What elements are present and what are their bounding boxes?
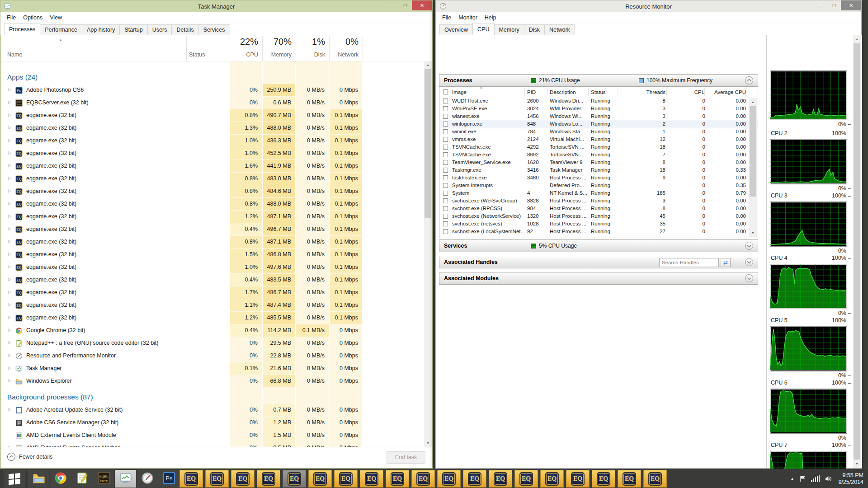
task-manager-tab-details[interactable]: Details <box>171 24 198 35</box>
expand-row-icon[interactable]: ▷ <box>8 366 11 370</box>
process-row[interactable]: ▷Windows Explorer0%66.8 MB0 MB/s0 Mbps <box>1 375 425 388</box>
process-row[interactable]: ▷Resource and Performance Monitor0%22.8 … <box>1 350 425 362</box>
taskbar-button-eqgame[interactable]: EQ <box>283 470 306 488</box>
scroll-up-icon[interactable]: ▲ <box>424 61 432 69</box>
taskbar-clock[interactable]: 9:55 PM 9/25/2014 <box>838 472 865 486</box>
process-row[interactable]: ▷EQeqgame.exe (32 bit)0.8%487.1 MB0 MB/s… <box>1 236 425 249</box>
process-row[interactable]: ▷Google Chrome (32 bit)0.4%114.2 MB0.1 M… <box>1 324 425 337</box>
minimize-button[interactable]: – <box>385 0 398 10</box>
task-manager-tab-users[interactable]: Users <box>147 24 172 35</box>
scrollbar-thumb[interactable] <box>854 43 860 460</box>
expand-row-icon[interactable]: ▷ <box>8 201 11 206</box>
process-row[interactable]: ▷EQeqgame.exe (32 bit)0.8%490.7 MB0 MB/s… <box>1 109 425 122</box>
resource-process-row[interactable]: wlanext.exe1456Windows Wi...Running300.0… <box>439 113 758 120</box>
process-row[interactable]: ▷EQeqgame.exe (32 bit)1.5%486.8 MB0 MB/s… <box>1 249 425 261</box>
row-checkbox[interactable] <box>443 152 448 157</box>
expand-row-icon[interactable]: ▷ <box>8 378 11 383</box>
process-row[interactable]: ▷EQeqgame.exe (32 bit)1.1%487.4 MB0 MB/s… <box>1 299 425 312</box>
table-scrollbar[interactable]: ▲ ▼ <box>749 98 757 237</box>
taskbar-button-ps[interactable]: Ps <box>158 470 179 488</box>
resource-monitor-tab-network[interactable]: Network <box>544 24 575 35</box>
row-checkbox[interactable] <box>443 198 448 203</box>
process-row[interactable]: ▷PsAdobe Photoshop CS60%250.9 MB0 MB/s0 … <box>1 84 425 97</box>
volume-icon[interactable] <box>825 475 833 482</box>
resource-process-row[interactable]: vmms.exe2124Virtual Machi...Running1200.… <box>439 136 758 143</box>
column-header-average-cpu[interactable]: Average CPU <box>707 87 746 97</box>
minimize-button[interactable]: – <box>814 0 827 10</box>
task-manager-tab-services[interactable]: Services <box>198 24 230 35</box>
column-header-memory[interactable]: 70%Memory <box>262 35 296 61</box>
row-checkbox[interactable] <box>443 191 448 196</box>
end-task-button[interactable]: End task <box>387 451 425 464</box>
scroll-up-icon[interactable]: ▲ <box>853 35 861 43</box>
taskbar-button-eqgame[interactable]: EQ <box>257 470 280 488</box>
expand-row-icon[interactable]: ▷ <box>8 176 11 180</box>
process-row[interactable]: ▷EQeqgame.exe (32 bit)0.4%483.5 MB0 MB/s… <box>1 274 425 286</box>
expand-row-icon[interactable]: ▷ <box>8 100 11 104</box>
maximize-button[interactable]: □ <box>398 0 412 10</box>
process-row[interactable]: ▷Task Manager0.1%21.6 MB0 MB/s0 Mbps <box>1 362 425 375</box>
task-manager-tab-startup[interactable]: Startup <box>119 24 147 35</box>
expand-row-icon[interactable]: ▷ <box>8 138 11 142</box>
column-header-pid[interactable]: PID <box>527 87 549 97</box>
column-header-description[interactable]: Description <box>550 87 590 97</box>
graphs-scrollbar[interactable]: ▲ ▼ <box>853 35 861 468</box>
row-checkbox[interactable] <box>443 129 448 134</box>
taskbar-button-eqgame[interactable]: EQ <box>179 470 203 488</box>
task-manager-menu-file[interactable]: File <box>3 13 19 22</box>
process-row[interactable]: ▷EQeqgame.exe (32 bit)0.8%483.0 MB0 MB/s… <box>1 173 425 185</box>
scrollbar-thumb[interactable] <box>750 106 756 197</box>
process-list-scrollbar[interactable]: ▲ ▼ <box>424 61 432 447</box>
expand-row-icon[interactable]: ▷ <box>8 277 11 282</box>
expand-row-icon[interactable]: ▷ <box>8 328 11 332</box>
column-header-network[interactable]: 0%Network <box>329 35 363 61</box>
resource-monitor-titlebar[interactable]: Resource Monitor – □ ✕ <box>436 0 861 12</box>
resource-process-row[interactable]: svchost.exe (netsvcs)1028Host Process ..… <box>439 220 758 228</box>
resource-process-row[interactable]: Taskmgr.exe3416Task ManagerRunning1800.3… <box>439 166 758 174</box>
process-row[interactable]: ▷EQeqgame.exe (32 bit)1.2%485.5 MB0 MB/s… <box>1 312 425 324</box>
resource-process-row[interactable]: WUDFHost.exe2600Windows Dri...Running800… <box>439 97 758 105</box>
expand-row-icon[interactable]: ▷ <box>8 252 11 256</box>
row-checkbox[interactable] <box>443 99 448 103</box>
resource-process-row[interactable]: svchost.exe (NetworkService)1320Host Pro… <box>439 212 758 220</box>
expand-row-icon[interactable]: ▷ <box>8 407 11 412</box>
resource-process-row[interactable]: winlogon.exe848Windows Lo...Running200.0… <box>439 120 758 128</box>
taskbar-button-explorer[interactable] <box>28 470 49 488</box>
resource-process-row[interactable]: TeamViewer_Service.exe1620TeamViewer 9Ru… <box>439 159 758 166</box>
column-header-image[interactable]: Image <box>452 87 524 97</box>
expand-row-icon[interactable]: ▷ <box>8 87 11 92</box>
expand-row-icon[interactable]: ▷ <box>8 214 11 218</box>
scroll-down-icon[interactable]: ▼ <box>749 229 757 237</box>
taskbar-button-eqgame[interactable]: EQ <box>618 470 641 488</box>
refresh-handles-icon[interactable]: ⇄ <box>721 258 731 267</box>
resource-process-row[interactable]: WmiPrvSE.exe3024WMI Provider...Running30… <box>439 105 758 113</box>
resource-monitor-menu-help[interactable]: Help <box>481 13 500 22</box>
row-checkbox[interactable] <box>443 137 448 142</box>
resource-process-row[interactable]: svchost.exe (RPCSS)984Host Process ...Ru… <box>439 205 758 212</box>
taskbar-button-eqgame[interactable]: EQ <box>540 470 564 488</box>
row-checkbox[interactable] <box>443 229 448 234</box>
column-header-disk[interactable]: 1%Disk <box>296 35 329 61</box>
scrollbar-thumb[interactable] <box>425 69 431 218</box>
process-row[interactable]: ▷EQeqgame.exe (32 bit)1.0%452.5 MB0 MB/s… <box>1 147 425 160</box>
expand-section-button[interactable] <box>745 258 753 266</box>
expand-row-icon[interactable]: ▷ <box>8 340 11 345</box>
row-checkbox[interactable] <box>443 206 448 211</box>
expand-row-icon[interactable]: ▷ <box>8 353 11 357</box>
taskbar-button-eqgame[interactable]: EQ <box>205 470 229 488</box>
process-row[interactable]: ▷EQeqgame.exe (32 bit)1.7%486.7 MB0 MB/s… <box>1 286 425 299</box>
task-manager-menu-view[interactable]: View <box>46 13 66 22</box>
taskbar-button-eqgame[interactable]: EQ <box>643 470 667 488</box>
fewer-details-toggle[interactable]: Fewer details <box>7 453 52 461</box>
taskbar-button-eqgame[interactable]: EQ <box>360 470 383 488</box>
expand-row-icon[interactable]: ▷ <box>8 264 11 269</box>
resource-process-row[interactable]: TSVNCache.exe4292TortoiseSVN ...Running1… <box>439 143 758 151</box>
process-row[interactable]: AMD External Events Client Module0%1.5 M… <box>1 429 425 442</box>
column-header-name[interactable]: Name <box>7 52 22 58</box>
expand-section-button[interactable] <box>745 242 753 250</box>
resource-monitor-tab-memory[interactable]: Memory <box>494 24 524 35</box>
process-row[interactable]: ▷EQeqgame.exe (32 bit)1.0%436.3 MB0 MB/s… <box>1 135 425 147</box>
resource-process-row[interactable]: TSVNCache.exe8692TortoiseSVN ...Running7… <box>439 151 758 159</box>
start-button[interactable] <box>4 470 25 488</box>
taskbar-button-eqgame[interactable]: EQ <box>489 470 512 488</box>
